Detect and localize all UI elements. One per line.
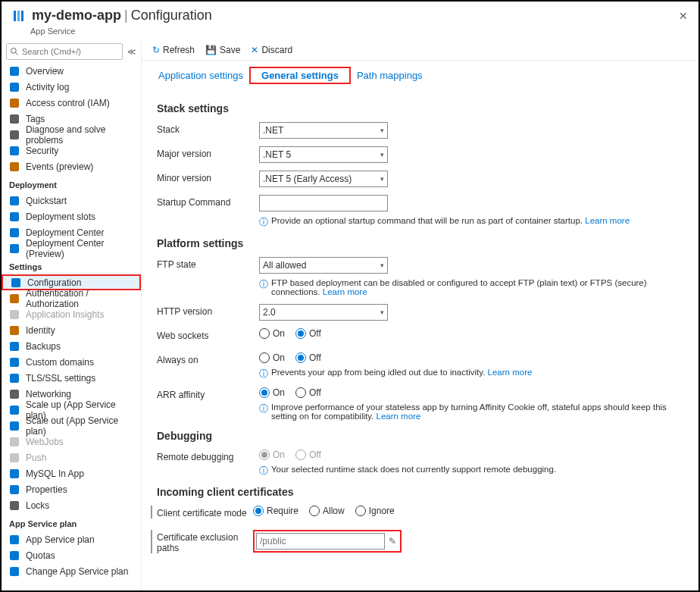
collapse-sidebar-button[interactable]: ≪ [127,47,136,57]
nav-label: Authentication / Authorization [26,288,133,309]
startup-learn-more[interactable]: Learn more [585,216,630,225]
nav-icon [9,309,20,320]
arr-off[interactable]: Off [295,387,321,398]
app-icon [12,9,26,23]
nav-icon [9,421,20,431]
nav-item-change-app-service-plan[interactable]: Change App Service plan [2,563,141,579]
nav-label: Diagnose and solve problems [26,124,133,146]
nav-item-authentication-authorization[interactable]: Authentication / Authorization [2,290,141,306]
major-version-select[interactable]: .NET 5▾ [259,146,388,163]
certmode-ignore[interactable]: Ignore [355,506,395,516]
nav-label: Activity log [26,82,69,92]
nav-item-quotas[interactable]: Quotas [2,547,141,563]
nav-item-tls-ssl-settings[interactable]: TLS/SSL settings [2,370,141,386]
svg-rect-10 [10,146,19,155]
svg-line-4 [16,53,18,55]
nav-label: Quickstart [26,196,67,206]
websockets-off[interactable]: Off [295,328,321,339]
nav-icon [11,277,21,288]
svg-rect-13 [10,212,19,221]
nav-label: MySQL In App [26,468,84,479]
info-icon: ⓘ [259,217,268,228]
nav-item-deployment-center-preview-[interactable]: Deployment Center (Preview) [2,240,141,256]
save-button[interactable]: 💾Save [205,45,240,55]
svg-rect-19 [10,326,19,335]
nav-item-diagnose-and-solve-problems[interactable]: Diagnose and solve problems [2,127,141,143]
ftp-learn-more[interactable]: Learn more [323,287,367,296]
certmode-require[interactable]: Require [253,506,298,516]
minor-version-select[interactable]: .NET 5 (Early Access)▾ [259,171,388,187]
certmode-allow[interactable]: Allow [309,506,345,516]
svg-rect-14 [10,228,19,237]
nav-label: App Service plan [26,534,95,545]
tab-path-mappings[interactable]: Path mappings [351,67,429,84]
nav-item-deployment-slots[interactable]: Deployment slots [2,208,141,224]
nav-icon [9,405,20,415]
nav-icon [9,161,20,172]
refresh-button[interactable]: ↻Refresh [152,45,195,55]
tab-general-settings[interactable]: General settings [255,67,345,84]
nav-item-properties[interactable]: Properties [2,481,141,497]
info-icon: ⓘ [259,403,268,415]
svg-rect-18 [10,310,19,319]
stack-select[interactable]: .NET▾ [259,122,388,139]
svg-rect-27 [10,453,19,462]
nav-item-activity-log[interactable]: Activity log [2,79,141,95]
nav-label: Identity [26,325,55,336]
http-version-select[interactable]: 2.0▾ [259,304,388,321]
nav-label: Scale out (App Service plan) [26,415,133,437]
nav-item-backups[interactable]: Backups [2,338,141,354]
svg-rect-22 [10,374,19,383]
nav-item-identity[interactable]: Identity [2,322,141,338]
tab-application-settings[interactable]: Application settings [152,67,249,84]
app-name: my-demo-app [32,8,121,23]
edit-icon[interactable]: ✎ [386,536,398,547]
nav-group-plan: App Service plan [2,513,141,531]
nav-icon [9,534,20,545]
nav-item-locks[interactable]: Locks [2,497,141,513]
ftp-state-select[interactable]: All allowed▾ [259,257,388,274]
alwayson-on[interactable]: On [259,352,285,363]
svg-rect-2 [21,11,23,21]
nav-item-events-preview-[interactable]: Events (preview) [2,158,141,174]
close-button[interactable]: ✕ [679,10,688,22]
svg-rect-33 [10,567,19,576]
arr-on[interactable]: On [259,387,285,398]
svg-rect-5 [10,67,19,76]
arr-learn-more[interactable]: Learn more [377,412,421,421]
nav-icon [9,437,20,447]
nav-group-deployment: Deployment [2,174,141,193]
startup-command-input[interactable] [259,195,388,211]
nav-item-push[interactable]: Push [2,449,141,465]
alwayson-learn-more[interactable]: Learn more [488,368,533,377]
alwayson-off[interactable]: Off [295,352,321,363]
nav-icon [9,500,20,511]
nav-item-quickstart[interactable]: Quickstart [2,193,141,208]
nav-label: Access control (IAM) [26,98,110,108]
info-icon: ⓘ [259,465,268,477]
svg-rect-24 [10,406,19,415]
nav-label: Push [26,453,46,463]
nav-item-overview[interactable]: Overview [2,63,141,79]
svg-rect-29 [10,485,19,494]
sidebar: ≪ OverviewActivity logAccess control (IA… [2,40,142,592]
nav-label: Deployment slots [26,211,95,222]
svg-rect-16 [11,278,20,287]
nav-item-custom-domains[interactable]: Custom domains [2,354,141,370]
svg-rect-7 [10,99,19,108]
search-input-wrap[interactable] [6,43,123,60]
cert-exclusion-input[interactable] [256,533,385,550]
nav-icon [9,227,20,238]
nav-item-app-service-plan[interactable]: App Service plan [2,531,141,547]
discard-button[interactable]: ✕Discard [251,45,292,55]
section-platform: Platform settings [157,237,683,249]
nav-item-scale-out-app-service-plan-[interactable]: Scale out (App Service plan) [2,418,141,434]
nav-item-mysql-in-app[interactable]: MySQL In App [2,465,141,481]
nav-item-access-control-iam-[interactable]: Access control (IAM) [2,95,141,111]
websockets-on[interactable]: On [259,328,285,339]
search-input[interactable] [7,44,122,59]
svg-rect-23 [10,390,19,399]
nav-icon [9,82,20,92]
svg-rect-30 [10,501,19,510]
svg-rect-8 [10,114,19,124]
